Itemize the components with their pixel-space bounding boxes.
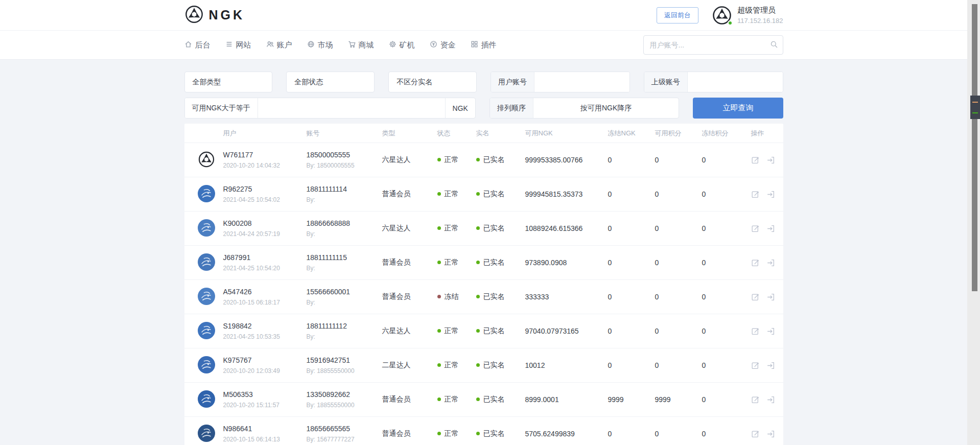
admin-profile[interactable]: 超级管理员 117.152.16.182 [712,5,783,26]
realname-select[interactable]: 不区分实名 [388,72,477,92]
login-as-user-icon[interactable] [766,430,775,438]
user-avatar[interactable] [184,322,223,341]
table-row: R962275 2021-04-25 10:54:02 18811111114 … [184,177,783,212]
login-as-user-icon[interactable] [766,327,775,336]
user-avatar[interactable] [184,151,223,170]
login-as-user-icon[interactable] [766,361,775,370]
account-number: 18866668888 [307,219,382,227]
status-select[interactable]: 全部状态 [286,72,375,92]
table-row: N986641 2020-10-15 06:14:13 18656665565 … [184,417,783,445]
nav-item-backend[interactable]: 后台 [184,40,211,50]
available-ngk-value: 999953385.00766 [525,156,608,164]
user-avatar[interactable] [184,425,223,443]
login-as-user-icon[interactable] [766,395,775,404]
status-dot [437,261,441,264]
member-type: 普通会员 [382,429,437,438]
user-avatar[interactable] [184,390,223,409]
user-account-input[interactable] [534,72,629,92]
edit-user-icon[interactable] [751,293,760,301]
frozen-points-value: 0 [702,327,751,335]
search-icon[interactable] [770,40,778,49]
realname-text: 已实名 [483,258,505,266]
table-row: K900208 2021-04-24 20:57:19 18866668888 … [184,212,783,246]
edit-user-icon[interactable] [751,190,760,199]
user-avatar[interactable] [184,288,223,307]
nav-item-miner[interactable]: 矿机 [389,40,415,50]
realname-text: 已实名 [483,326,505,335]
realname-cell: 已实名 [476,326,525,336]
user-avatar[interactable] [184,356,223,375]
users-icon [266,40,274,50]
available-points-value: 0 [655,293,702,301]
scrollbar-thumb[interactable] [970,96,980,119]
edit-user-icon[interactable] [751,395,760,404]
status-text: 正常 [445,429,459,437]
edit-user-icon[interactable] [751,430,760,438]
ngk-threshold-input[interactable] [258,98,445,118]
account-number: 15916942751 [307,356,382,364]
status-dot [437,432,441,435]
register-date: 2021-04-25 10:54:02 [223,196,307,203]
edit-user-icon[interactable] [751,156,760,165]
nav-item-website[interactable]: 网站 [225,40,251,50]
plugin-icon [471,40,478,50]
user-avatar[interactable] [184,219,223,238]
login-as-user-icon[interactable] [766,293,775,301]
parent-account-input[interactable] [688,72,783,92]
available-ngk-value: 97040.07973165 [525,327,608,335]
available-points-value: 9999 [655,395,702,404]
table-row: S198842 2021-04-25 10:53:35 18811111112 … [184,314,783,348]
col-frozen-points: 冻结积分 [702,129,751,138]
account-number: 18811111112 [307,322,382,330]
sort-order-select[interactable]: 按可用NGK降序 [533,98,679,118]
member-type: 普通会员 [382,190,437,199]
query-button[interactable]: 立即查询 [693,98,783,119]
nav-search [643,35,783,55]
available-points-value: 0 [655,259,702,267]
filter-row-2: 可用NGK大于等于 NGK 排列顺序 按可用NGK降序 立即查询 [184,98,783,119]
back-to-front-button[interactable]: 返回前台 [657,7,698,24]
referrer: By: [307,196,382,203]
available-ngk-value: 10012 [525,361,608,369]
available-points-value: 0 [655,156,702,164]
nav-item-accounts[interactable]: 账户 [266,40,292,50]
col-available-points: 可用积分 [655,129,702,138]
realname-cell: 已实名 [476,292,525,301]
type-select[interactable]: 全部类型 [184,72,273,92]
nav-items: 后台 网站 账户 市场 商城 [184,40,497,50]
login-as-user-icon[interactable] [766,259,775,267]
table-body: W761177 2020-10-20 14:04:32 18500005555 … [184,143,783,445]
nav-item-market[interactable]: 市场 [307,40,333,50]
page-scrollbar-track[interactable] [967,0,980,445]
username: S198842 [223,322,307,330]
edit-user-icon[interactable] [751,259,760,267]
login-as-user-icon[interactable] [766,190,775,199]
edit-user-icon[interactable] [751,327,760,336]
col-actions: 操作 [751,129,783,138]
status-dot [437,226,441,230]
nav-item-funds[interactable]: 资金 [430,40,456,50]
referrer: By: [307,230,382,238]
realname-cell: 已实名 [476,361,525,370]
edit-user-icon[interactable] [751,224,760,233]
referrer: By: 18855550000 [307,402,382,409]
user-avatar[interactable] [184,253,223,272]
edit-user-icon[interactable] [751,361,760,370]
nav-item-plugins[interactable]: 插件 [471,40,497,50]
status-dot [437,363,441,367]
table-header-row: 用户 账号 类型 状态 实名 可用NGK 冻结NGK 可用积分 冻结积分 操作 [184,124,783,143]
login-as-user-icon[interactable] [766,156,775,165]
register-date: 2020-10-20 12:03:49 [223,367,307,374]
realname-text: 已实名 [483,292,505,300]
register-date: 2020-10-20 15:11:57 [223,402,307,409]
col-user: 用户 [223,129,307,138]
login-as-user-icon[interactable] [766,224,775,233]
realname-dot [476,261,480,264]
user-avatar[interactable] [184,185,223,204]
available-ngk-value: 973890.0908 [525,259,608,267]
account-number: 15566660001 [307,288,382,296]
nav-item-mall[interactable]: 商城 [348,40,374,50]
brand-logo[interactable]: NGK [184,5,245,26]
actions-cell [751,259,783,267]
search-input[interactable] [643,35,783,55]
